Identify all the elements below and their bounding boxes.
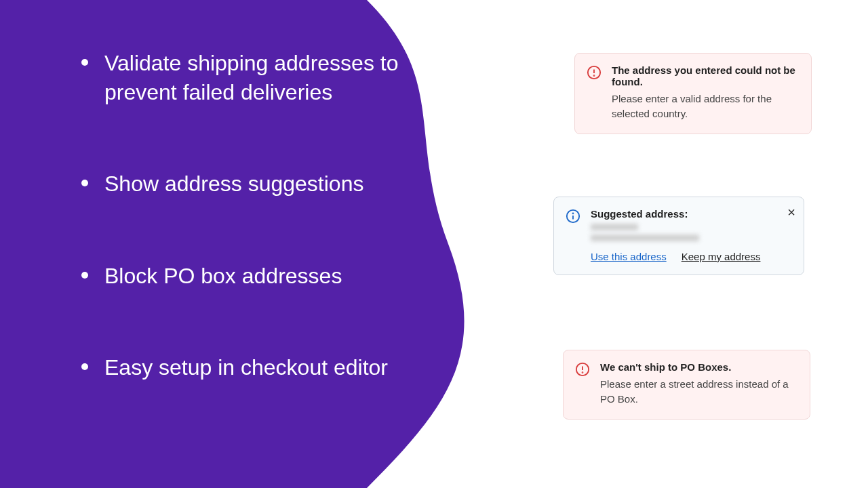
feature-bullet-item: Easy setup in checkout editor	[81, 353, 468, 382]
bullet-text: Show address suggestions	[104, 171, 363, 196]
bullet-text: Block PO box addresses	[104, 264, 342, 288]
feature-bullet-list: Validate shipping addresses to prevent f…	[0, 0, 529, 409]
bullet-text: Easy setup in checkout editor	[104, 355, 388, 380]
keep-my-address-link[interactable]: Keep my address	[682, 251, 761, 262]
svg-point-2	[594, 75, 595, 76]
use-this-address-link[interactable]: Use this address	[591, 251, 667, 262]
bullet-text: Validate shipping addresses to prevent f…	[104, 51, 398, 104]
suggested-address-card: × Suggested address: Use this address Ke…	[553, 197, 804, 275]
error-icon	[586, 64, 602, 81]
feature-panel: Validate shipping addresses to prevent f…	[0, 0, 542, 488]
svg-point-5	[573, 213, 574, 214]
error-title: We can't ship to PO Boxes.	[600, 361, 799, 373]
error-body: Please enter a street address instead of…	[600, 377, 799, 407]
blurred-address-line	[591, 224, 638, 230]
error-card-po-box: We can't ship to PO Boxes. Please enter …	[563, 350, 810, 420]
svg-point-8	[583, 372, 583, 373]
suggested-title: Suggested address:	[591, 208, 793, 220]
error-icon	[574, 361, 591, 378]
info-icon	[565, 208, 581, 224]
error-card-address-not-found: The address you entered could not be fou…	[574, 53, 812, 134]
blurred-address-line	[591, 235, 699, 241]
feature-bullet-item: Validate shipping addresses to prevent f…	[81, 49, 468, 107]
preview-panel: The address you entered could not be fou…	[542, 0, 868, 488]
close-icon[interactable]: ×	[787, 205, 795, 219]
error-body: Please enter a valid address for the sel…	[612, 92, 800, 121]
error-title: The address you entered could not be fou…	[612, 64, 800, 87]
feature-bullet-item: Show address suggestions	[81, 169, 468, 199]
feature-bullet-item: Block PO box addresses	[81, 262, 468, 291]
